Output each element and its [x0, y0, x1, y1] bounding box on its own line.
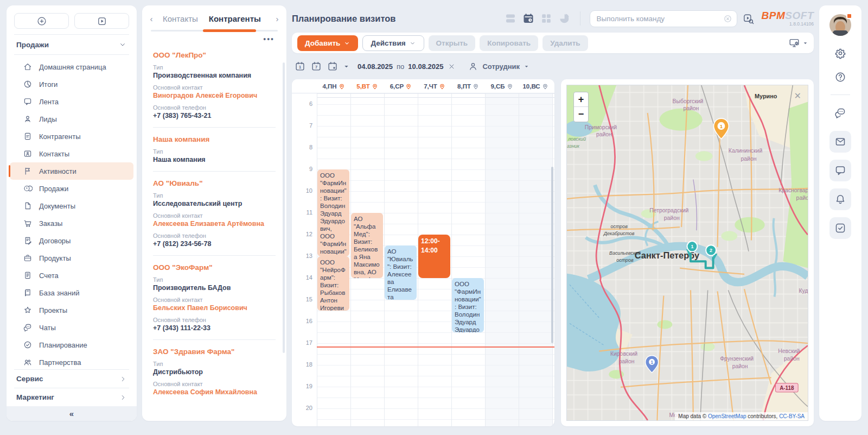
primary-contact-link[interactable]: Виноградов Алексей Егорович [153, 92, 276, 99]
copy-button[interactable]: Копировать [480, 35, 538, 51]
day-header[interactable]: 9,СБ [485, 79, 519, 93]
location-pin-icon[interactable] [372, 83, 378, 90]
workplace-selector[interactable]: Продажи [14, 34, 129, 55]
calendar-event-selected[interactable]: 12:00-14:00 [418, 235, 450, 278]
week-view-calendar-icon[interactable]: 7 [310, 60, 322, 72]
account-title-link[interactable]: ЗАО "Здравия Фарма" [153, 348, 276, 356]
sidebar-item-leads[interactable]: Лиды [10, 110, 133, 128]
day-header[interactable]: 4,ПН [317, 79, 350, 93]
tab-accounts[interactable]: Контрагенты [206, 14, 264, 23]
grid-view-icon[interactable] [540, 12, 553, 25]
scheduler-scrollbar[interactable] [551, 167, 553, 343]
location-pin-icon[interactable] [473, 83, 479, 90]
day-header[interactable]: 6,СР [384, 79, 418, 93]
avatar[interactable] [829, 14, 851, 36]
account-card[interactable]: АО "Ювиаль" ТипИсследовательский центр О… [153, 179, 276, 256]
employee-filter[interactable]: Сотрудник [468, 61, 529, 72]
sidebar-item-summaries[interactable]: Итоги [10, 75, 133, 93]
account-card[interactable]: Наша компания ТипНаша компания [153, 135, 276, 172]
sidebar-item-orders[interactable]: Заказы [10, 215, 133, 232]
sidebar-section-service[interactable]: Сервис [14, 369, 129, 388]
sidebar-section-marketing[interactable]: Маркетинг [14, 388, 129, 406]
location-pin-icon[interactable] [439, 83, 445, 90]
command-line[interactable] [590, 10, 737, 27]
tasks-button[interactable] [829, 217, 851, 239]
sidebar-item-contracts[interactable]: Договоры [10, 232, 133, 249]
sidebar-item-invoices[interactable]: Счета [10, 267, 133, 284]
account-title-link[interactable]: ООО "ЛекПро" [153, 51, 276, 59]
sidebar-item-sales[interactable]: Продажи [10, 180, 133, 197]
run-process-button[interactable] [74, 13, 129, 29]
run-command-icon[interactable] [742, 12, 755, 25]
month-view-calendar-icon[interactable] [327, 60, 339, 72]
delete-button[interactable]: Удалить [542, 35, 588, 51]
display-settings-button[interactable] [788, 37, 808, 49]
chats-panel-button[interactable] [829, 102, 851, 124]
sidebar-item-activities[interactable]: Активности [10, 162, 133, 180]
account-card[interactable]: ООО "ЭкоФарм" ТипПроизводитель БАДов Осн… [153, 263, 276, 340]
scheduler-grid[interactable]: 6 7 8 9 10 11 12 13 14 15 16 17 18 19 20… [292, 93, 554, 426]
day-header[interactable]: 7,ЧТ [418, 79, 451, 93]
clear-date-filter-icon[interactable] [448, 62, 456, 71]
calendar-event[interactable]: ООО "ФармИнновации": Визит: Володин Эдуа… [452, 278, 484, 332]
day-header[interactable]: 10,ВС [519, 79, 552, 93]
sidebar-item-chats[interactable]: Чаты [10, 319, 133, 336]
sidebar-item-feed[interactable]: Лента [10, 93, 133, 110]
settings-gear-icon[interactable] [834, 47, 847, 60]
calendar-event[interactable]: АО "Ювиаль": Визит: Алексеева Елизавета … [385, 245, 417, 300]
panel-more-button[interactable]: ••• [263, 37, 275, 41]
mail-panel-button[interactable] [829, 131, 851, 153]
notifications-button[interactable] [829, 188, 851, 210]
sidebar-item-projects[interactable]: Проекты [10, 301, 133, 319]
actions-button[interactable]: Действия [362, 35, 424, 51]
sidebar-item-home-page[interactable]: Домашняя страница [10, 58, 133, 75]
period-chevron-icon[interactable] [343, 63, 350, 70]
location-pin-icon[interactable] [507, 83, 513, 90]
account-card[interactable]: ООО "ЛекПро" ТипПроизводственная компани… [153, 51, 276, 128]
calendar-event[interactable]: ООО "ФармИнновации": Визит: Володин Эдуа… [317, 169, 349, 256]
account-title-link[interactable]: АО "Ювиаль" [153, 179, 276, 187]
sidebar-item-planning[interactable]: Планирование [10, 336, 133, 354]
primary-contact-link[interactable]: Бельских Павел Борисович [153, 304, 276, 312]
map-marker-route-start[interactable]: 1 [687, 241, 698, 251]
map[interactable]: Выборгский район Приморский район Калини… [566, 85, 808, 421]
primary-contact-link[interactable]: Алексеева София Михайловна [153, 388, 276, 396]
primary-contact-link[interactable]: Алексеева Елизавета Артёмовна [153, 220, 276, 228]
day-view-calendar-icon[interactable]: 1 [294, 60, 306, 72]
command-input[interactable] [597, 15, 720, 23]
feed-panel-button[interactable] [829, 160, 851, 181]
tab-contacts[interactable]: Контакты [159, 14, 201, 23]
date-to[interactable]: 10.08.2025 [408, 62, 443, 71]
account-title-link[interactable]: ООО "ЭкоФарм" [153, 263, 276, 272]
sidebar-collapse-button[interactable]: « [7, 406, 137, 421]
sidebar-item-products[interactable]: Продукты [10, 249, 133, 267]
clear-command-icon[interactable] [723, 14, 732, 23]
analytics-view-icon[interactable] [558, 12, 571, 25]
sidebar-item-contacts[interactable]: Контакты [10, 145, 133, 162]
tabs-prev-arrow[interactable]: ‹ [148, 14, 155, 23]
sidebar-item-knowledge-base[interactable]: База знаний [10, 284, 133, 301]
sidebar-item-partnerships[interactable]: Партнерства [10, 354, 133, 369]
add-record-button[interactable] [14, 13, 69, 29]
help-icon[interactable] [834, 71, 847, 84]
list-view-icon[interactable] [504, 12, 517, 25]
calendar-view-icon[interactable] [522, 12, 535, 25]
calendar-event[interactable]: ООО "НейроФарм": Визит: Рыбаков Антон Иг… [317, 256, 349, 311]
sidebar-item-documents[interactable]: Документы [10, 197, 133, 215]
sidebar-item-accounts[interactable]: Контрагенты [10, 128, 133, 145]
panel-scrollbar[interactable] [283, 62, 285, 353]
date-range-filter[interactable]: 04.08.2025 по 10.08.2025 [358, 62, 443, 71]
map-close-icon[interactable]: ✕ [794, 91, 801, 101]
location-pin-icon[interactable] [542, 83, 548, 90]
open-button[interactable]: Открыть [429, 35, 476, 51]
account-title-link[interactable]: Наша компания [153, 135, 276, 143]
tabs-next-arrow[interactable]: › [273, 14, 281, 23]
zoom-out-button[interactable]: − [574, 107, 588, 122]
openstreetmap-link[interactable]: OpenStreetMap [708, 413, 746, 419]
calendar-event[interactable]: АО "АльфаМед": Визит: Беликова Яна Макси… [351, 213, 383, 278]
add-button[interactable]: Добавить [297, 35, 358, 51]
map-marker-route-end[interactable]: 2 [706, 245, 716, 255]
license-link[interactable]: CC-BY-SA [779, 413, 805, 419]
date-from[interactable]: 04.08.2025 [358, 62, 393, 71]
day-header[interactable]: 8,ПТ [451, 79, 485, 93]
